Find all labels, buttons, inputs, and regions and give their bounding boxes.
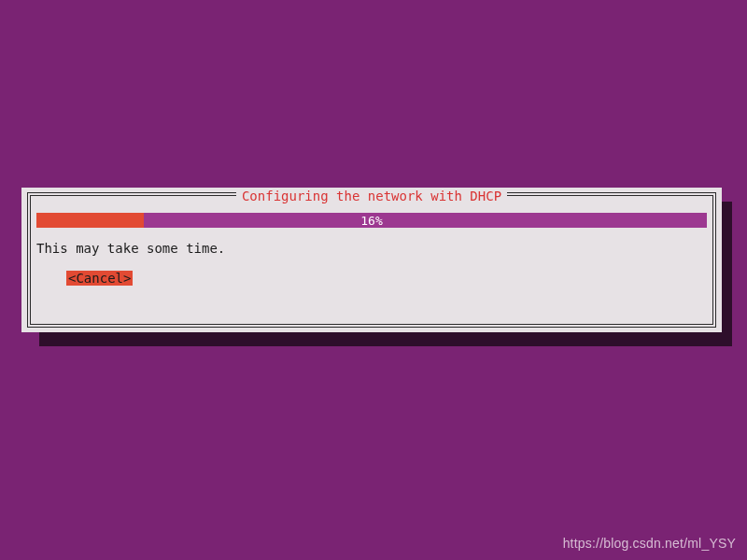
cancel-button[interactable]: <Cancel> <box>66 271 133 286</box>
status-message: This may take some time. <box>36 241 225 256</box>
progress-percent-label: 16% <box>36 213 707 228</box>
dialog-title-wrap: Configuring the network with DHCP <box>31 189 712 203</box>
dialog-window: Configuring the network with DHCP 16% Th… <box>21 188 722 332</box>
watermark-text: https://blog.csdn.net/ml_YSY <box>563 536 736 551</box>
dialog-outer-border: Configuring the network with DHCP 16% Th… <box>27 192 716 328</box>
progress-bar: 16% <box>36 213 707 228</box>
dialog-inner-border: Configuring the network with DHCP 16% Th… <box>30 195 713 325</box>
dialog-title: Configuring the network with DHCP <box>236 189 507 203</box>
